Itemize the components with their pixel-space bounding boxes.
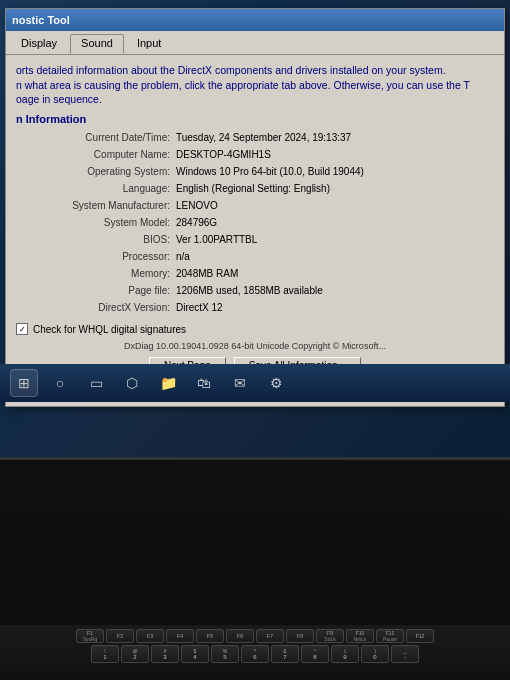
field-value: 284796G [176, 215, 494, 230]
key-9[interactable]: (9 [331, 645, 359, 663]
mail-icon[interactable]: ✉ [226, 369, 254, 397]
field-label: Computer Name: [16, 147, 176, 162]
version-text: DxDiag 10.00.19041.0928 64-bit Unicode C… [16, 341, 494, 351]
f5-key[interactable]: F5 [196, 629, 224, 643]
keyboard: F1SysRq F2 F3 F4 F5 F6 F7 F8 F9SoLk F10N… [0, 625, 510, 680]
f6-key[interactable]: F6 [226, 629, 254, 643]
f7-key[interactable]: F7 [256, 629, 284, 643]
title-bar: nostic Tool [6, 9, 504, 31]
key-2[interactable]: @2 [121, 645, 149, 663]
edge-icon[interactable]: ⬡ [118, 369, 146, 397]
store-icon[interactable]: 🛍 [190, 369, 218, 397]
f4-key[interactable]: F4 [166, 629, 194, 643]
key-6[interactable]: ^6 [241, 645, 269, 663]
number-row: !1 @2 #3 $4 %5 ^6 &7 *8 (9 )0 _- [8, 645, 502, 663]
field-label: DirectX Version: [16, 300, 176, 315]
f1-key[interactable]: F1SysRq [76, 629, 104, 643]
table-row: Computer Name: DESKTOP-4GMIH1S [16, 147, 494, 162]
app-icon[interactable]: ⚙ [262, 369, 290, 397]
checkbox-label: Check for WHQL digital signatures [33, 324, 186, 335]
key-0[interactable]: )0 [361, 645, 389, 663]
key-7[interactable]: &7 [271, 645, 299, 663]
taskbar: ⊞ ○ ▭ ⬡ 📁 🛍 ✉ ⚙ [0, 364, 510, 402]
whql-checkbox[interactable]: ✓ [16, 323, 28, 335]
window-title: nostic Tool [12, 14, 70, 26]
section-title: n Information [16, 113, 494, 125]
field-label: System Manufacturer: [16, 198, 176, 213]
table-row: DirectX Version: DirectX 12 [16, 300, 494, 315]
table-row: System Manufacturer: LENOVO [16, 198, 494, 213]
key-4[interactable]: $4 [181, 645, 209, 663]
field-label: Language: [16, 181, 176, 196]
field-value: DirectX 12 [176, 300, 494, 315]
field-label: Page file: [16, 283, 176, 298]
key-1[interactable]: !1 [91, 645, 119, 663]
search-icon[interactable]: ○ [46, 369, 74, 397]
table-row: Processor: n/a [16, 249, 494, 264]
field-value: Windows 10 Pro 64-bit (10.0, Build 19044… [176, 164, 494, 179]
f8-key[interactable]: F8 [286, 629, 314, 643]
table-row: BIOS: Ver 1.00PARTTBL [16, 232, 494, 247]
field-value: Tuesday, 24 September 2024, 19:13:37 [176, 130, 494, 145]
field-value: DESKTOP-4GMIH1S [176, 147, 494, 162]
f10-key[interactable]: F10NmLk [346, 629, 374, 643]
table-row: Current Date/Time: Tuesday, 24 September… [16, 130, 494, 145]
field-label: Current Date/Time: [16, 130, 176, 145]
folder-icon[interactable]: 📁 [154, 369, 182, 397]
field-label: Operating System: [16, 164, 176, 179]
system-info-table: Current Date/Time: Tuesday, 24 September… [16, 130, 494, 315]
f2-key[interactable]: F2 [106, 629, 134, 643]
field-value: n/a [176, 249, 494, 264]
field-value: English (Regional Setting: English) [176, 181, 494, 196]
key-3[interactable]: #3 [151, 645, 179, 663]
directx-window: nostic Tool Display Sound Input orts det… [5, 8, 505, 407]
table-row: Operating System: Windows 10 Pro 64-bit … [16, 164, 494, 179]
field-value: Ver 1.00PARTTBL [176, 232, 494, 247]
header-line1: orts detailed information about the Dire… [16, 63, 494, 107]
field-label: Processor: [16, 249, 176, 264]
task-view-icon[interactable]: ▭ [82, 369, 110, 397]
key-minus[interactable]: _- [391, 645, 419, 663]
f3-key[interactable]: F3 [136, 629, 164, 643]
field-value: 2048MB RAM [176, 266, 494, 281]
f11-key[interactable]: F11Pause [376, 629, 404, 643]
field-value: LENOVO [176, 198, 494, 213]
function-key-row: F1SysRq F2 F3 F4 F5 F6 F7 F8 F9SoLk F10N… [8, 629, 502, 643]
key-5[interactable]: %5 [211, 645, 239, 663]
key-8[interactable]: *8 [301, 645, 329, 663]
field-label: Memory: [16, 266, 176, 281]
table-row: Memory: 2048MB RAM [16, 266, 494, 281]
start-button[interactable]: ⊞ [10, 369, 38, 397]
tab-input[interactable]: Input [126, 34, 172, 54]
tab-display[interactable]: Display [10, 34, 68, 54]
screen: nostic Tool Display Sound Input orts det… [0, 0, 510, 460]
checkbox-area: ✓ Check for WHQL digital signatures [16, 323, 494, 335]
table-row: System Model: 284796G [16, 215, 494, 230]
table-row: Language: English (Regional Setting: Eng… [16, 181, 494, 196]
field-label: System Model: [16, 215, 176, 230]
f9-key[interactable]: F9SoLk [316, 629, 344, 643]
field-value: 1206MB used, 1858MB available [176, 283, 494, 298]
tab-sound[interactable]: Sound [70, 34, 124, 54]
f12-key[interactable]: F12 [406, 629, 434, 643]
content-area: orts detailed information about the Dire… [6, 55, 504, 406]
table-row: Page file: 1206MB used, 1858MB available [16, 283, 494, 298]
tab-bar: Display Sound Input [6, 31, 504, 55]
field-label: BIOS: [16, 232, 176, 247]
